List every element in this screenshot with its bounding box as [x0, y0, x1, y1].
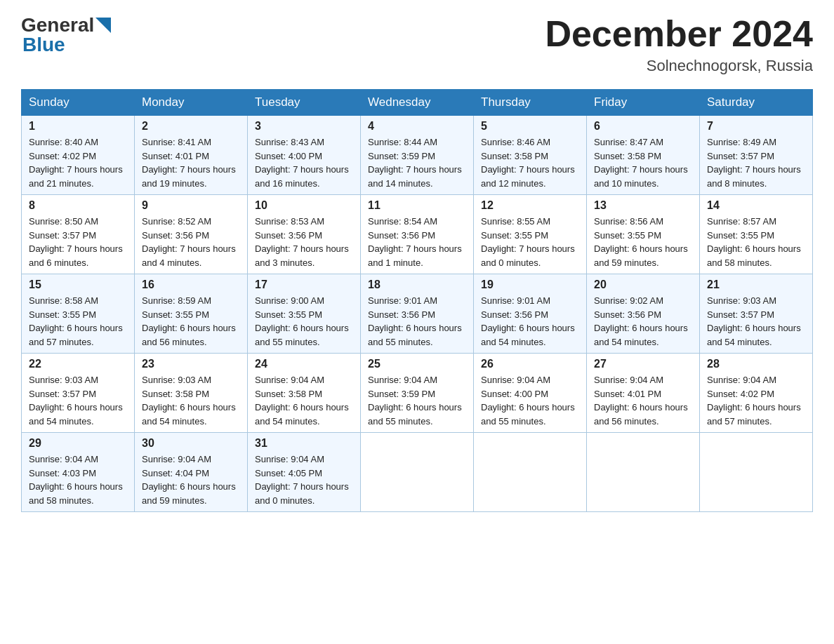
day-info: Sunrise: 9:04 AMSunset: 4:02 PMDaylight:… — [707, 373, 805, 428]
day-number: 28 — [707, 358, 805, 370]
day-info: Sunrise: 9:02 AMSunset: 3:56 PMDaylight:… — [594, 294, 692, 349]
day-info: Sunrise: 9:01 AMSunset: 3:56 PMDaylight:… — [368, 294, 466, 349]
calendar-table: SundayMondayTuesdayWednesdayThursdayFrid… — [21, 89, 813, 512]
title-section: December 2024 Solnechnogorsk, Russia — [545, 14, 813, 75]
day-number: 27 — [594, 358, 692, 370]
day-info: Sunrise: 9:03 AMSunset: 3:57 PMDaylight:… — [29, 373, 127, 428]
svg-marker-0 — [95, 18, 111, 33]
calendar-week-row: 1Sunrise: 8:40 AMSunset: 4:02 PMDaylight… — [22, 116, 813, 195]
day-info: Sunrise: 8:40 AMSunset: 4:02 PMDaylight:… — [29, 135, 127, 190]
day-number: 8 — [29, 199, 127, 212]
day-number: 12 — [481, 199, 579, 212]
day-number: 5 — [481, 120, 579, 133]
calendar-cell: 14Sunrise: 8:57 AMSunset: 3:55 PMDayligh… — [700, 195, 813, 274]
day-info: Sunrise: 8:57 AMSunset: 3:55 PMDaylight:… — [707, 215, 805, 269]
header-friday: Friday — [587, 90, 700, 116]
logo-blue-text: Blue — [22, 34, 65, 56]
calendar-cell: 13Sunrise: 8:56 AMSunset: 3:55 PMDayligh… — [587, 195, 700, 274]
day-info: Sunrise: 9:04 AMSunset: 4:05 PMDaylight:… — [255, 452, 353, 507]
day-number: 3 — [255, 120, 353, 133]
day-number: 22 — [29, 358, 127, 370]
day-info: Sunrise: 9:00 AMSunset: 3:55 PMDaylight:… — [255, 294, 353, 349]
day-number: 18 — [368, 279, 466, 291]
day-number: 13 — [594, 199, 692, 212]
calendar-cell: 1Sunrise: 8:40 AMSunset: 4:02 PMDaylight… — [22, 116, 135, 195]
day-number: 2 — [142, 120, 240, 133]
day-info: Sunrise: 9:04 AMSunset: 4:04 PMDaylight:… — [142, 452, 240, 507]
day-info: Sunrise: 8:49 AMSunset: 3:57 PMDaylight:… — [707, 135, 805, 190]
day-info: Sunrise: 8:58 AMSunset: 3:55 PMDaylight:… — [29, 294, 127, 349]
calendar-cell: 12Sunrise: 8:55 AMSunset: 3:55 PMDayligh… — [474, 195, 587, 274]
calendar-week-row: 22Sunrise: 9:03 AMSunset: 3:57 PMDayligh… — [22, 354, 813, 433]
day-number: 20 — [594, 279, 692, 291]
day-info: Sunrise: 8:43 AMSunset: 4:00 PMDaylight:… — [255, 135, 353, 190]
calendar-cell: 27Sunrise: 9:04 AMSunset: 4:01 PMDayligh… — [587, 354, 700, 433]
day-number: 25 — [368, 358, 466, 370]
day-number: 23 — [142, 358, 240, 370]
day-number: 14 — [707, 199, 805, 212]
day-info: Sunrise: 8:56 AMSunset: 3:55 PMDaylight:… — [594, 215, 692, 269]
header-tuesday: Tuesday — [248, 90, 361, 116]
day-info: Sunrise: 8:41 AMSunset: 4:01 PMDaylight:… — [142, 135, 240, 190]
day-number: 21 — [707, 279, 805, 291]
day-info: Sunrise: 9:04 AMSunset: 3:58 PMDaylight:… — [255, 373, 353, 428]
day-info: Sunrise: 8:46 AMSunset: 3:58 PMDaylight:… — [481, 135, 579, 190]
day-info: Sunrise: 8:59 AMSunset: 3:55 PMDaylight:… — [142, 294, 240, 349]
day-info: Sunrise: 8:53 AMSunset: 3:56 PMDaylight:… — [255, 215, 353, 269]
calendar-cell — [474, 433, 587, 512]
calendar-cell: 30Sunrise: 9:04 AMSunset: 4:04 PMDayligh… — [135, 433, 248, 512]
day-number: 15 — [29, 279, 127, 291]
calendar-cell: 19Sunrise: 9:01 AMSunset: 3:56 PMDayligh… — [474, 274, 587, 354]
day-info: Sunrise: 9:01 AMSunset: 3:56 PMDaylight:… — [481, 294, 579, 349]
day-info: Sunrise: 8:52 AMSunset: 3:56 PMDaylight:… — [142, 215, 240, 269]
page-header: General Blue December 2024 Solnechnogors… — [21, 14, 813, 75]
calendar-cell: 5Sunrise: 8:46 AMSunset: 3:58 PMDaylight… — [474, 116, 587, 195]
calendar-cell: 21Sunrise: 9:03 AMSunset: 3:57 PMDayligh… — [700, 274, 813, 354]
calendar-cell: 16Sunrise: 8:59 AMSunset: 3:55 PMDayligh… — [135, 274, 248, 354]
day-number: 7 — [707, 120, 805, 133]
day-number: 26 — [481, 358, 579, 370]
day-info: Sunrise: 8:44 AMSunset: 3:59 PMDaylight:… — [368, 135, 466, 190]
calendar-cell — [700, 433, 813, 512]
month-title: December 2024 — [545, 14, 813, 54]
calendar-cell — [587, 433, 700, 512]
day-info: Sunrise: 8:50 AMSunset: 3:57 PMDaylight:… — [29, 215, 127, 269]
calendar-cell: 26Sunrise: 9:04 AMSunset: 4:00 PMDayligh… — [474, 354, 587, 433]
calendar-cell: 7Sunrise: 8:49 AMSunset: 3:57 PMDaylight… — [700, 116, 813, 195]
header-thursday: Thursday — [474, 90, 587, 116]
header-monday: Monday — [135, 90, 248, 116]
calendar-cell: 28Sunrise: 9:04 AMSunset: 4:02 PMDayligh… — [700, 354, 813, 433]
logo-arrow-icon — [95, 18, 111, 33]
day-info: Sunrise: 8:47 AMSunset: 3:58 PMDaylight:… — [594, 135, 692, 190]
calendar-cell: 9Sunrise: 8:52 AMSunset: 3:56 PMDaylight… — [135, 195, 248, 274]
calendar-cell: 23Sunrise: 9:03 AMSunset: 3:58 PMDayligh… — [135, 354, 248, 433]
day-info: Sunrise: 8:55 AMSunset: 3:55 PMDaylight:… — [481, 215, 579, 269]
calendar-cell: 25Sunrise: 9:04 AMSunset: 3:59 PMDayligh… — [361, 354, 474, 433]
calendar-cell: 8Sunrise: 8:50 AMSunset: 3:57 PMDaylight… — [22, 195, 135, 274]
calendar-cell — [361, 433, 474, 512]
calendar-cell: 4Sunrise: 8:44 AMSunset: 3:59 PMDaylight… — [361, 116, 474, 195]
calendar-week-row: 15Sunrise: 8:58 AMSunset: 3:55 PMDayligh… — [22, 274, 813, 354]
calendar-header-row: SundayMondayTuesdayWednesdayThursdayFrid… — [22, 90, 813, 116]
calendar-cell: 18Sunrise: 9:01 AMSunset: 3:56 PMDayligh… — [361, 274, 474, 354]
calendar-week-row: 8Sunrise: 8:50 AMSunset: 3:57 PMDaylight… — [22, 195, 813, 274]
header-saturday: Saturday — [700, 90, 813, 116]
day-number: 19 — [481, 279, 579, 291]
day-number: 29 — [29, 437, 127, 450]
day-number: 1 — [29, 120, 127, 133]
calendar-cell: 10Sunrise: 8:53 AMSunset: 3:56 PMDayligh… — [248, 195, 361, 274]
day-number: 30 — [142, 437, 240, 450]
day-info: Sunrise: 9:03 AMSunset: 3:58 PMDaylight:… — [142, 373, 240, 428]
day-info: Sunrise: 8:54 AMSunset: 3:56 PMDaylight:… — [368, 215, 466, 269]
header-wednesday: Wednesday — [361, 90, 474, 116]
day-info: Sunrise: 9:03 AMSunset: 3:57 PMDaylight:… — [707, 294, 805, 349]
header-sunday: Sunday — [22, 90, 135, 116]
calendar-week-row: 29Sunrise: 9:04 AMSunset: 4:03 PMDayligh… — [22, 433, 813, 512]
day-number: 4 — [368, 120, 466, 133]
logo: General Blue — [21, 14, 111, 56]
calendar-cell: 15Sunrise: 8:58 AMSunset: 3:55 PMDayligh… — [22, 274, 135, 354]
calendar-cell: 6Sunrise: 8:47 AMSunset: 3:58 PMDaylight… — [587, 116, 700, 195]
calendar-cell: 17Sunrise: 9:00 AMSunset: 3:55 PMDayligh… — [248, 274, 361, 354]
day-info: Sunrise: 9:04 AMSunset: 4:03 PMDaylight:… — [29, 452, 127, 507]
day-number: 31 — [255, 437, 353, 450]
